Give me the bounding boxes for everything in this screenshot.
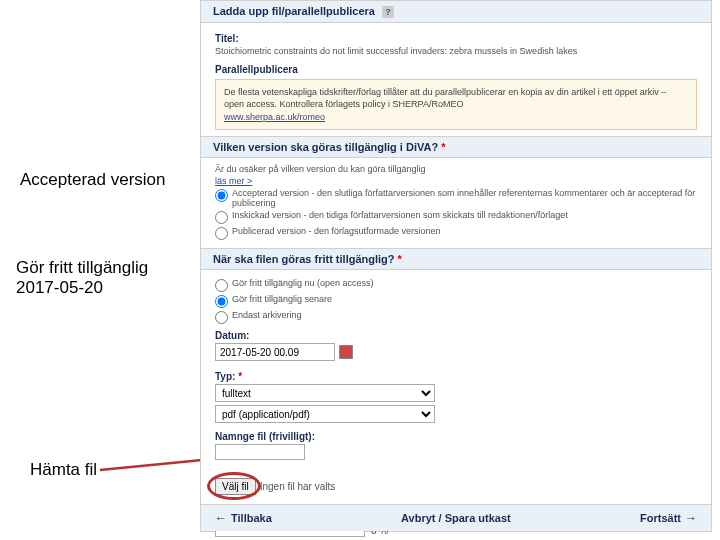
radio-accepted-row[interactable]: Accepterad version - den slutliga förfat… bbox=[215, 188, 697, 208]
arrow-left-icon: ← bbox=[215, 511, 227, 525]
readmore-link[interactable]: läs mer > bbox=[215, 176, 697, 186]
name-input[interactable] bbox=[215, 444, 305, 460]
annotation-accepted: Accepterad version bbox=[20, 170, 166, 190]
annotation-make-available: Gör fritt tillgänglig 2017-05-20 bbox=[16, 258, 148, 298]
radio-archive-row[interactable]: Endast arkivering bbox=[215, 310, 697, 324]
annotation-line2: 2017-05-20 bbox=[16, 278, 148, 298]
parallel-label: Parallellpublicera bbox=[215, 64, 697, 75]
title-value: Stoichiometric constraints do not limit … bbox=[215, 46, 697, 58]
title-label: Titel: bbox=[215, 33, 697, 44]
type-select-1[interactable]: fulltext bbox=[215, 384, 435, 402]
help-icon[interactable]: ? bbox=[382, 6, 394, 18]
when-header-text: När ska filen göras fritt tillgänglig? bbox=[213, 253, 395, 265]
version-section-header: Vilken version ska göras tillgänglig i D… bbox=[201, 136, 711, 158]
upload-section-body: Titel: Stoichiometric constraints do not… bbox=[201, 23, 711, 136]
cancel-save-button[interactable]: Avbryt / Spara utkast bbox=[401, 512, 511, 524]
type-label: Typ: * bbox=[215, 371, 697, 382]
annotation-line1: Gör fritt tillgänglig bbox=[16, 258, 148, 278]
radio-published-label: Publicerad version - den förlagsutformad… bbox=[232, 226, 697, 236]
form-panel: Ladda upp fil/parallellpublicera ? Titel… bbox=[200, 0, 712, 532]
version-header-text: Vilken version ska göras tillgänglig i D… bbox=[213, 141, 438, 153]
radio-submitted-label: Inskickad version - den tidiga författar… bbox=[232, 210, 697, 220]
required-star: * bbox=[238, 371, 242, 382]
version-sub: Är du osäker på vilken version du kan gö… bbox=[215, 164, 697, 176]
type-select-2[interactable]: pdf (application/pdf) bbox=[215, 405, 435, 423]
radio-now-label: Gör fritt tillgänglig nu (open access) bbox=[232, 278, 697, 288]
required-star: * bbox=[398, 253, 402, 265]
date-input[interactable] bbox=[215, 343, 335, 361]
type-label-text: Typ: bbox=[215, 371, 235, 382]
upload-header-text: Ladda upp fil/parallellpublicera bbox=[213, 5, 375, 17]
back-label: Tillbaka bbox=[231, 512, 272, 524]
date-label: Datum: bbox=[215, 330, 697, 341]
arrow-right-icon: → bbox=[685, 511, 697, 525]
footer-bar: ← Tillbaka Avbryt / Spara utkast Fortsät… bbox=[201, 504, 711, 531]
continue-label: Fortsätt bbox=[640, 512, 681, 524]
calendar-icon[interactable] bbox=[339, 345, 353, 359]
back-button[interactable]: ← Tillbaka bbox=[215, 511, 272, 525]
radio-archive-label: Endast arkivering bbox=[232, 310, 697, 320]
radio-accepted[interactable] bbox=[215, 189, 228, 202]
parallel-info-box: De flesta vetenskapliga tidskrifter/förl… bbox=[215, 79, 697, 131]
radio-archive[interactable] bbox=[215, 311, 228, 324]
annotation-fetch-file: Hämta fil bbox=[30, 460, 97, 480]
radio-submitted[interactable] bbox=[215, 211, 228, 224]
parallel-text: De flesta vetenskapliga tidskrifter/förl… bbox=[224, 87, 666, 110]
radio-later-row[interactable]: Gör fritt tillgänglig senare bbox=[215, 294, 697, 308]
upload-section-header: Ladda upp fil/parallellpublicera ? bbox=[201, 1, 711, 23]
when-section-body: Gör fritt tillgänglig nu (open access) G… bbox=[201, 270, 711, 540]
sherpa-link[interactable]: www.sherpa.ac.uk/romeo bbox=[224, 112, 325, 122]
date-wrap bbox=[215, 343, 697, 361]
when-section-header: När ska filen göras fritt tillgänglig? * bbox=[201, 248, 711, 270]
radio-published-row[interactable]: Publicerad version - den förlagsutformad… bbox=[215, 226, 697, 240]
file-row: Välj fil Ingen fil har valts bbox=[215, 478, 697, 495]
version-section-body: Är du osäker på vilken version du kan gö… bbox=[201, 158, 711, 248]
file-none-text: Ingen fil har valts bbox=[260, 481, 336, 492]
radio-accepted-label: Accepterad version - den slutliga förfat… bbox=[232, 188, 697, 208]
continue-button[interactable]: Fortsätt → bbox=[640, 511, 697, 525]
radio-later[interactable] bbox=[215, 295, 228, 308]
radio-submitted-row[interactable]: Inskickad version - den tidiga författar… bbox=[215, 210, 697, 224]
choose-file-button[interactable]: Välj fil bbox=[215, 478, 256, 495]
radio-later-label: Gör fritt tillgänglig senare bbox=[232, 294, 697, 304]
radio-now-row[interactable]: Gör fritt tillgänglig nu (open access) bbox=[215, 278, 697, 292]
radio-published[interactable] bbox=[215, 227, 228, 240]
radio-now[interactable] bbox=[215, 279, 228, 292]
required-star: * bbox=[441, 141, 445, 153]
name-label: Namnge fil (frivilligt): bbox=[215, 431, 697, 442]
